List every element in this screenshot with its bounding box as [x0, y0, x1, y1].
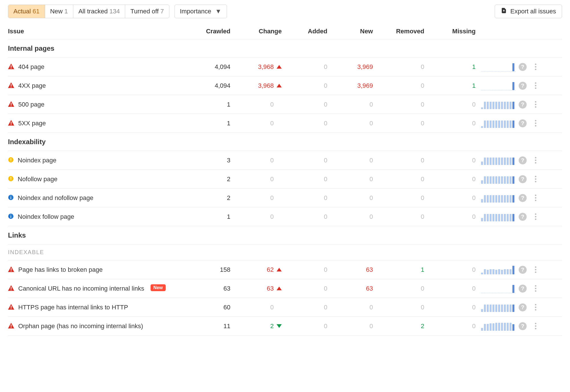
issue-name: Noindex and nofollow page — [18, 194, 93, 202]
issue-cell[interactable]: 5XX page — [8, 119, 185, 128]
col-added[interactable]: Added — [282, 28, 327, 35]
issue-cell[interactable]: Page has links to broken page — [8, 266, 185, 274]
row-menu-button[interactable] — [535, 120, 536, 126]
tab-count: 7 — [160, 8, 164, 15]
removed-value: 0 — [373, 175, 424, 183]
issue-name: HTTPS page has internal links to HTTP — [18, 303, 128, 312]
help-icon[interactable]: ? — [519, 303, 527, 311]
help-icon[interactable]: ? — [519, 213, 527, 221]
sparkline-chart — [481, 81, 516, 90]
added-value: 0 — [282, 194, 327, 202]
issue-cell[interactable]: 500 page — [8, 100, 185, 109]
table-row: Orphan page (has no incoming internal li… — [8, 317, 562, 336]
svg-rect-4 — [11, 103, 12, 105]
added-value: 0 — [282, 304, 327, 311]
removed-value: 0 — [373, 157, 424, 164]
error-triangle-icon — [8, 266, 14, 272]
tab-turned-off[interactable]: Turned off7 — [125, 5, 169, 18]
importance-dropdown[interactable]: Importance ▼ — [175, 5, 227, 18]
help-icon[interactable]: ? — [519, 101, 527, 109]
crawled-value: 2 — [185, 175, 230, 183]
issue-cell[interactable]: 4XX page — [8, 81, 185, 90]
row-menu-button[interactable] — [535, 213, 536, 220]
tab-all-tracked[interactable]: All tracked134 — [73, 5, 125, 18]
help-icon[interactable]: ? — [519, 322, 527, 330]
col-issue[interactable]: Issue — [8, 28, 185, 35]
issue-cell[interactable]: Canonical URL has no incoming internal l… — [8, 284, 185, 293]
change-value: 0 — [230, 120, 282, 127]
col-new[interactable]: New — [327, 28, 373, 35]
row-menu-button[interactable] — [535, 157, 536, 164]
issue-cell[interactable]: HTTPS page has internal links to HTTP — [8, 303, 185, 312]
row-menu-button[interactable] — [535, 82, 536, 89]
subsection-header: Indexable — [8, 244, 562, 260]
row-menu-button[interactable] — [535, 304, 536, 311]
svg-rect-15 — [11, 197, 11, 199]
issue-cell[interactable]: 404 page — [8, 63, 185, 71]
sparkline-chart — [481, 284, 516, 293]
issue-name: 404 page — [18, 63, 44, 71]
help-icon[interactable]: ? — [519, 156, 527, 164]
help-icon[interactable]: ? — [519, 266, 527, 274]
svg-rect-25 — [11, 308, 12, 309]
issues-table: Issue Crawled Change Added New Removed M… — [8, 23, 562, 336]
table-row: Noindex and nofollow page200000? — [8, 189, 562, 207]
issue-name: Noindex page — [18, 156, 56, 165]
row-menu-button[interactable] — [535, 195, 536, 201]
svg-rect-22 — [11, 287, 12, 289]
sparkline-chart — [481, 156, 516, 165]
added-value: 0 — [282, 120, 327, 127]
added-value: 0 — [282, 157, 327, 164]
row-menu-button[interactable] — [535, 323, 536, 329]
help-icon[interactable]: ? — [519, 175, 527, 183]
crawled-value: 11 — [185, 322, 230, 330]
export-label: Export all issues — [510, 8, 556, 15]
new-value: 0 — [327, 120, 373, 127]
row-menu-button[interactable] — [535, 176, 536, 182]
tab-new[interactable]: New1 — [45, 5, 73, 18]
issue-cell[interactable]: Orphan page (has no incoming internal li… — [8, 322, 185, 330]
table-header: Issue Crawled Change Added New Removed M… — [8, 23, 562, 39]
error-triangle-icon — [8, 64, 14, 69]
issue-cell[interactable]: Noindex and nofollow page — [8, 194, 185, 202]
sparkline-chart — [481, 303, 516, 312]
change-value: 3,968 — [230, 63, 282, 71]
missing-value: 0 — [424, 322, 476, 330]
change-value: 0 — [230, 157, 282, 164]
sparkline-chart — [481, 265, 516, 274]
new-value: 0 — [327, 304, 373, 311]
issue-name: Canonical URL has no incoming internal l… — [18, 284, 144, 293]
col-removed[interactable]: Removed — [373, 28, 424, 35]
help-icon[interactable]: ? — [519, 82, 527, 90]
help-icon[interactable]: ? — [519, 285, 527, 293]
row-menu-button[interactable] — [535, 285, 536, 292]
tab-label: All tracked — [78, 8, 108, 15]
tab-count: 61 — [33, 8, 39, 15]
table-row: HTTPS page has internal links to HTTP600… — [8, 298, 562, 317]
help-icon[interactable]: ? — [519, 194, 527, 202]
issue-cell[interactable]: Noindex page — [8, 156, 185, 165]
export-button[interactable]: Export all issues — [495, 5, 562, 18]
col-change[interactable]: Change — [230, 28, 282, 35]
row-menu-button[interactable] — [535, 266, 536, 273]
help-icon[interactable]: ? — [519, 119, 527, 127]
error-triangle-icon — [8, 82, 14, 88]
help-icon[interactable]: ? — [519, 63, 527, 71]
col-crawled[interactable]: Crawled — [185, 28, 230, 35]
col-missing[interactable]: Missing — [424, 28, 476, 35]
sparkline-chart — [481, 119, 516, 128]
svg-rect-10 — [11, 161, 11, 161]
issue-cell[interactable]: Nofollow page — [8, 175, 185, 183]
change-value: 3,968 — [230, 82, 282, 89]
crawled-value: 2 — [185, 194, 230, 202]
svg-rect-2 — [11, 84, 12, 86]
row-menu-button[interactable] — [535, 64, 536, 70]
tab-actual[interactable]: Actual61 — [8, 5, 45, 18]
sparkline-chart — [481, 62, 516, 72]
removed-value: 0 — [373, 120, 424, 127]
crawled-value: 3 — [185, 157, 230, 164]
svg-rect-27 — [11, 327, 12, 328]
triangle-up-icon — [277, 287, 282, 290]
row-menu-button[interactable] — [535, 101, 536, 108]
issue-cell[interactable]: Noindex follow page — [8, 213, 185, 221]
